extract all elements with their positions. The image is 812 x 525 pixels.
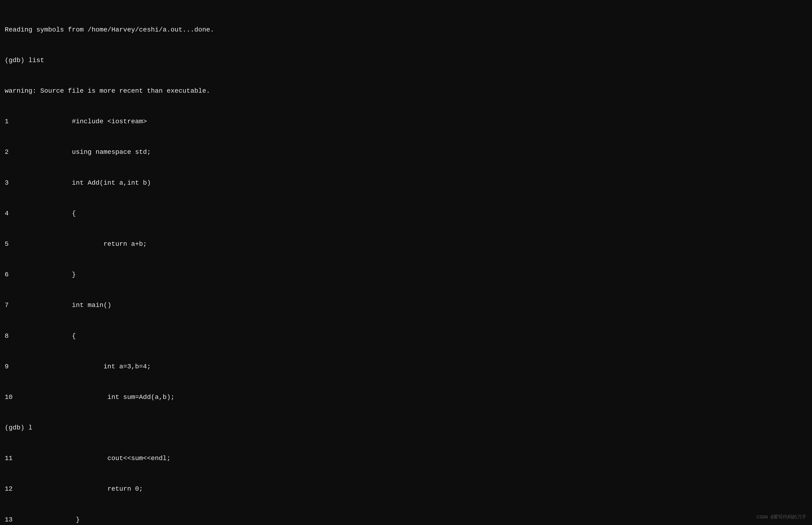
terminal-line-6: 3 int Add(int a,int b) — [5, 178, 807, 188]
terminal-line-15: 11 cout<<sum<<endl; — [5, 453, 807, 463]
terminal-line-9: 6 } — [5, 270, 807, 280]
terminal-line-7: 4 { — [5, 208, 807, 219]
terminal-line-17: 13 } — [5, 515, 807, 525]
terminal-line-5: 2 using namespace std; — [5, 147, 807, 157]
terminal-line-11: 8 { — [5, 331, 807, 341]
terminal-line-13: 10 int sum=Add(a,b); — [5, 392, 807, 402]
terminal-line-3: warning: Source file is more recent than… — [5, 86, 807, 96]
terminal-output: Reading symbols from /home/Harvey/ceshi/… — [5, 4, 807, 525]
terminal-line-16: 12 return 0; — [5, 484, 807, 494]
terminal-line-10: 7 int main() — [5, 300, 807, 310]
watermark: CSDN @爱写代码的刀子 — [756, 513, 806, 521]
terminal-line-8: 5 return a+b; — [5, 239, 807, 249]
terminal-line-14: (gdb) l — [5, 423, 807, 433]
terminal-line-1: Reading symbols from /home/Harvey/ceshi/… — [5, 25, 807, 35]
terminal-line-4: 1 #include <iostream> — [5, 117, 807, 126]
terminal-line-12: 9 int a=3,b=4; — [5, 361, 807, 372]
terminal-line-2: (gdb) list — [5, 55, 807, 65]
